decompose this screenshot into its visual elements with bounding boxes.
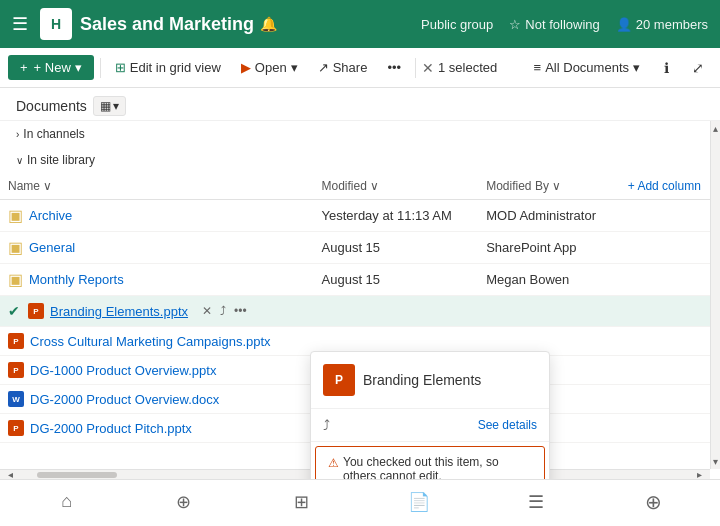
popup-card: P Branding Elements ⤴ See details ⚠ You … <box>310 351 550 479</box>
all-documents-button[interactable]: ≡ All Documents ▾ <box>526 55 648 80</box>
following-button[interactable]: ☆ Not following <box>509 17 599 32</box>
table-row[interactable]: ▣ Monthly Reports August 15 Megan Bowen <box>0 264 720 296</box>
section-in-channels[interactable]: › In channels <box>0 121 720 147</box>
edit-grid-button[interactable]: ⊞ Edit in grid view <box>107 55 229 80</box>
popup-header: P Branding Elements <box>311 352 549 409</box>
open-icon: ▶ <box>241 60 251 75</box>
scroll-right-button[interactable]: ▸ <box>693 469 706 479</box>
warning-icon: ⚠ <box>328 456 339 470</box>
star-icon: ☆ <box>509 17 521 32</box>
nav-document[interactable]: 📄 <box>399 484 439 520</box>
table-row[interactable]: ▣ Archive Yesterday at 11:13 AM MOD Admi… <box>0 200 720 232</box>
nav-list[interactable]: ☰ <box>516 484 556 520</box>
row-more-button[interactable]: ••• <box>232 302 249 320</box>
library-chevron-icon: ∨ <box>16 155 23 166</box>
file-link[interactable]: DG-1000 Product Overview.pptx <box>30 363 216 378</box>
new-button[interactable]: + + New ▾ <box>8 55 94 80</box>
folder-icon: ▣ <box>8 238 23 257</box>
nav-globe[interactable]: ⊕ <box>164 484 204 520</box>
table-row-selected[interactable]: ✔ P Branding Elements.pptx ✕ ⤴ ••• <box>0 296 720 327</box>
file-link[interactable]: Archive <box>29 208 72 223</box>
more-button[interactable]: ••• <box>379 55 409 80</box>
docx-icon: W <box>8 391 24 407</box>
open-button[interactable]: ▶ Open ▾ <box>233 55 306 80</box>
col-name[interactable]: Name ∨ <box>0 173 314 200</box>
file-name-cell: P DG-1000 Product Overview.pptx <box>0 356 314 385</box>
file-link[interactable]: Cross Cultural Marketing Campaigns.pptx <box>30 334 271 349</box>
file-modified: Yesterday at 11:13 AM <box>314 200 479 232</box>
row-share-button[interactable]: ⤴ <box>218 302 228 320</box>
nav-grid[interactable]: ⊞ <box>281 484 321 520</box>
open-chevron-icon: ▾ <box>291 60 298 75</box>
document-icon: 📄 <box>408 491 430 513</box>
file-link[interactable]: Branding Elements.pptx <box>50 304 188 319</box>
folder-icon: ▣ <box>8 206 23 225</box>
modified-sort-icon: ∨ <box>370 179 379 193</box>
popup-warning-text: ⚠ You checked out this item, so others c… <box>328 455 532 479</box>
file-link[interactable]: General <box>29 240 75 255</box>
settings-icon[interactable]: 🔔 <box>260 16 277 32</box>
app-logo[interactable]: H <box>40 8 72 40</box>
content-wrapper: › In channels ∨ In site library Name ∨ M… <box>0 121 720 479</box>
public-group-label: Public group <box>421 17 493 32</box>
breadcrumb-label: Documents <box>16 98 87 114</box>
nav-add[interactable]: ⊕ <box>633 484 673 520</box>
file-link[interactable]: DG-2000 Product Overview.docx <box>30 392 219 407</box>
scroll-thumb-h <box>37 472 117 478</box>
channels-chevron-icon: › <box>16 129 19 140</box>
menu-icon[interactable]: ☰ <box>12 13 28 35</box>
add-column-button[interactable]: + Add column <box>628 179 712 193</box>
file-name-cell: P DG-2000 Product Pitch.pptx <box>0 414 314 443</box>
col-modified-by[interactable]: Modified By ∨ <box>478 173 620 200</box>
library-label: In site library <box>27 153 95 167</box>
nav-home[interactable]: ⌂ <box>47 484 87 520</box>
file-modified-by <box>478 296 620 327</box>
file-name-cell: P Cross Cultural Marketing Campaigns.ppt… <box>0 327 314 356</box>
share-button[interactable]: ↗ Share <box>310 55 376 80</box>
scroll-down-button[interactable]: ▾ <box>711 454 720 469</box>
popup-share-icon[interactable]: ⤴ <box>323 417 330 433</box>
folder-icon: ▣ <box>8 270 23 289</box>
table-wrapper: › In channels ∨ In site library Name ∨ M… <box>0 121 720 479</box>
pptx-icon: P <box>8 333 24 349</box>
scroll-up-button[interactable]: ▴ <box>711 121 720 136</box>
popup-warning: ⚠ You checked out this item, so others c… <box>315 446 545 479</box>
selected-badge: ✕ 1 selected <box>422 60 497 76</box>
file-link[interactable]: DG-2000 Product Pitch.pptx <box>30 421 192 436</box>
view-toggle-button[interactable]: ▦ ▾ <box>93 96 126 116</box>
vertical-scrollbar[interactable]: ▴ ▾ <box>710 121 720 469</box>
pptx-icon: P <box>8 420 24 436</box>
modified-by-sort-icon: ∨ <box>552 179 561 193</box>
row-delete-button[interactable]: ✕ <box>200 302 214 320</box>
header-actions: Public group ☆ Not following 👤 20 member… <box>421 17 708 32</box>
view-chevron-icon: ▾ <box>113 99 119 113</box>
file-link[interactable]: Monthly Reports <box>29 272 124 287</box>
breadcrumb: Documents ▦ ▾ <box>0 88 720 121</box>
col-modified[interactable]: Modified ∨ <box>314 173 479 200</box>
home-icon: ⌂ <box>61 491 72 512</box>
new-plus-icon: + <box>20 60 28 75</box>
selected-count: 1 selected <box>438 60 497 75</box>
see-details-link[interactable]: See details <box>478 418 537 432</box>
file-name-cell: ▣ General <box>0 232 314 264</box>
file-name-cell: ✔ P Branding Elements.pptx ✕ ⤴ ••• <box>0 296 314 327</box>
col-add[interactable]: + Add column <box>620 173 720 200</box>
scroll-left-button[interactable]: ◂ <box>4 469 17 479</box>
info-button[interactable]: ℹ <box>652 54 680 82</box>
file-modified-by: Megan Bowen <box>478 264 620 296</box>
expand-button[interactable]: ⤢ <box>684 54 712 82</box>
popup-title: Branding Elements <box>363 372 481 388</box>
name-sort-icon: ∨ <box>43 179 52 193</box>
deselect-button[interactable]: ✕ <box>422 60 434 76</box>
popup-pptx-icon: P <box>323 364 355 396</box>
file-modified <box>314 296 479 327</box>
members-button[interactable]: 👤 20 members <box>616 17 708 32</box>
table-header-row: Name ∨ Modified ∨ Modified By ∨ + Add co… <box>0 173 720 200</box>
logo-text: H <box>51 16 61 32</box>
section-in-site-library[interactable]: ∨ In site library <box>0 147 720 173</box>
table-row[interactable]: ▣ General August 15 SharePoint App <box>0 232 720 264</box>
pptx-icon: P <box>28 303 44 319</box>
new-chevron-icon: ▾ <box>75 60 82 75</box>
group-title-area: Sales and Marketing 🔔 <box>80 14 413 35</box>
members-icon: 👤 <box>616 17 632 32</box>
